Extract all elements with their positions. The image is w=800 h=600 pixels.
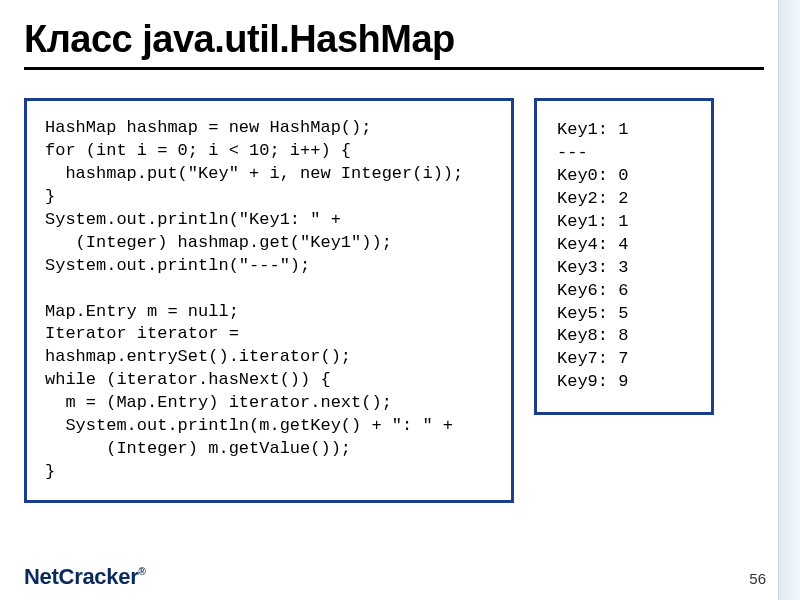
logo-net: Net (24, 564, 59, 589)
title-underline (24, 67, 764, 70)
code-row: HashMap hashmap = new HashMap(); for (in… (24, 98, 760, 503)
logo-registered: ® (138, 566, 145, 577)
slide-content: Класс java.util.HashMap HashMap hashmap … (0, 0, 800, 600)
code-block-output: Key1: 1 --- Key0: 0 Key2: 2 Key1: 1 Key4… (534, 98, 714, 415)
footer: NetCracker® 56 (24, 564, 766, 590)
logo-cracker: Cracker (59, 564, 139, 589)
code-block-source: HashMap hashmap = new HashMap(); for (in… (24, 98, 514, 503)
logo: NetCracker® (24, 564, 146, 590)
page-number: 56 (749, 570, 766, 587)
page-title: Класс java.util.HashMap (24, 18, 760, 61)
